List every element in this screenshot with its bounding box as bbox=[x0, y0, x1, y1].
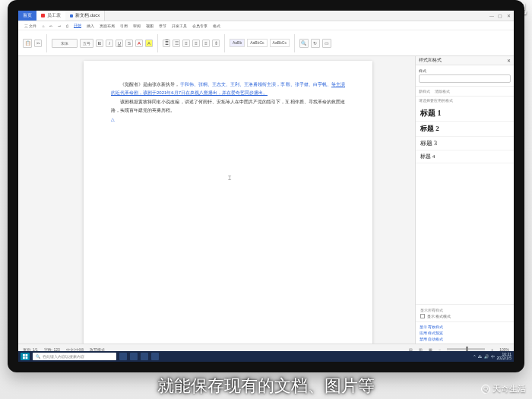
menu-view[interactable]: 视图 bbox=[146, 24, 154, 28]
tab-workbook[interactable]: 员工表 bbox=[36, 11, 65, 21]
tray-vol-icon[interactable]: 🔊 bbox=[484, 354, 489, 359]
highlight-button[interactable]: A bbox=[145, 40, 153, 47]
tray-net-icon[interactable]: 🖧 bbox=[478, 354, 482, 359]
menu-refs[interactable]: 引用 bbox=[120, 24, 128, 28]
style-heading2[interactable]: AaBbCc bbox=[270, 39, 290, 47]
replace-button[interactable]: ↻ bbox=[311, 39, 320, 48]
fontcolor-button[interactable]: A bbox=[135, 40, 143, 47]
styles-section-label: 请选择要应用的格式 bbox=[416, 97, 514, 104]
bold-button[interactable]: B bbox=[96, 40, 103, 47]
italic-button[interactable]: I bbox=[106, 40, 113, 47]
editor-body: 《觉醒者》是由张永新执导，于和伟、张桐、王志文、王利、王洛勇领衔主演，李毅、张子… bbox=[18, 56, 514, 344]
align-right-button[interactable]: ≡ bbox=[202, 40, 210, 47]
style-item-h3[interactable]: 标题 3 bbox=[416, 137, 514, 150]
end-mark: △ bbox=[111, 116, 345, 124]
taskbar-search[interactable]: 🔍 在此键入内容以搜索内容 bbox=[33, 353, 116, 360]
paragraph-1[interactable]: 《觉醒者》是由张永新执导，于和伟、张桐、王志文、王利、王洛勇领衔主演，李毅、张子… bbox=[111, 81, 345, 98]
style-item-h4[interactable]: 标题 4 bbox=[416, 150, 514, 163]
strike-button[interactable]: S bbox=[125, 40, 133, 47]
word-icon bbox=[70, 14, 73, 17]
font-select[interactable]: 宋体 bbox=[52, 39, 78, 48]
fontsize-select[interactable]: 五号 bbox=[80, 39, 93, 48]
styles-show-label: 显示所有样式 bbox=[420, 308, 509, 312]
close-button[interactable]: ✕ bbox=[505, 12, 512, 20]
search-icon: 🔍 bbox=[36, 354, 40, 359]
windows-taskbar: 🔍 在此键入内容以搜索内容 ^ 🖧 🔊 中 16:21 2022/1/5 bbox=[18, 351, 514, 362]
svg-rect-0 bbox=[23, 354, 25, 356]
linespacing-button[interactable]: ⇕ bbox=[212, 40, 220, 47]
svg-rect-3 bbox=[25, 356, 27, 359]
styles-pane: 样式和格式 ✕ 样式 新样式 清除格式 请选择要应用的格式 标题 1 标题 2 bbox=[415, 56, 514, 344]
bullets-button[interactable]: ≣ bbox=[163, 40, 170, 47]
style-normal[interactable]: AaBb bbox=[230, 39, 245, 47]
styles-tab-clear[interactable]: 清除格式 bbox=[435, 89, 450, 93]
style-item-h2[interactable]: 标题 2 bbox=[416, 122, 514, 137]
document-page[interactable]: 《觉醒者》是由张永新执导，于和伟、张桐、王志文、王利、王洛勇领衔主演，李毅、张子… bbox=[84, 61, 372, 344]
styles-link-3[interactable]: 禁用 自动格式 bbox=[420, 337, 510, 341]
menu-format[interactable]: 格式 bbox=[213, 24, 220, 28]
window-tabbar: 首页 员工表 新文档.docx — ▢ ✕ bbox=[18, 11, 514, 21]
window-controls: — ▢ ✕ bbox=[488, 12, 512, 20]
menu-start[interactable]: 开始 bbox=[74, 23, 81, 28]
tray-date: 2022/1/5 bbox=[497, 356, 511, 360]
numbering-button[interactable]: ☰ bbox=[173, 40, 180, 47]
styles-actions: 新样式 清除格式 bbox=[416, 87, 514, 97]
menu-review[interactable]: 审阅 bbox=[133, 24, 141, 28]
watermark-icon: Q bbox=[481, 385, 490, 394]
video-frame: 天奇·视 首页 员工表 新文档.docx — ▢ ✕ bbox=[0, 0, 532, 399]
select-button[interactable]: ▭ bbox=[322, 39, 331, 48]
text-cursor: ⌶ bbox=[228, 175, 232, 179]
underline-button[interactable]: U bbox=[116, 40, 123, 47]
menu-section[interactable]: 章节 bbox=[159, 24, 166, 28]
menu-home-icon[interactable]: ⌂ bbox=[42, 24, 44, 28]
styles-link-2[interactable]: 应用 样式预览 bbox=[420, 331, 510, 335]
tab-home[interactable]: 首页 bbox=[18, 11, 36, 21]
taskbar-app-1[interactable] bbox=[119, 353, 127, 360]
ribbon-toolbar: 📋 ✂ 宋体 五号 B I U S A A ≣ ☰ bbox=[18, 30, 514, 56]
excel-icon bbox=[41, 14, 45, 17]
styles-current-label: 样式 bbox=[419, 68, 511, 73]
menu-dev[interactable]: 开发工具 bbox=[172, 24, 187, 28]
menu-redo[interactable]: ⤻ bbox=[58, 24, 61, 28]
styles-link-1[interactable]: 显示 有效样式 bbox=[420, 325, 510, 329]
menu-print[interactable]: ⎙ bbox=[66, 24, 68, 28]
taskbar-app-4[interactable] bbox=[151, 353, 159, 360]
styles-opt-preview[interactable]: 显示 格式模式 bbox=[420, 314, 509, 318]
align-left-button[interactable]: ≡ bbox=[182, 40, 190, 47]
cut-button[interactable]: ✂ bbox=[34, 40, 42, 47]
styles-current-box[interactable] bbox=[419, 74, 511, 83]
menu-insert[interactable]: 插入 bbox=[87, 24, 94, 28]
zoom-slider[interactable] bbox=[447, 348, 485, 350]
start-button[interactable] bbox=[21, 353, 30, 360]
menu-vip[interactable]: 会员专享 bbox=[192, 24, 207, 28]
styles-pane-close[interactable]: ✕ bbox=[507, 58, 511, 63]
find-button[interactable]: 🔍 bbox=[299, 39, 309, 48]
tray-up-icon[interactable]: ^ bbox=[473, 354, 475, 359]
video-caption: 就能保存现有的文档、图片等 bbox=[0, 375, 532, 397]
tab-document-active[interactable]: 新文档.docx bbox=[65, 11, 105, 21]
ribbon-tabs: 三 文件 ⌂ ⤺ ⤻ ⎙ 开始 插入 页面布局 引用 审阅 视图 章节 开发工具… bbox=[18, 21, 514, 30]
system-tray[interactable]: ^ 🖧 🔊 中 16:21 2022/1/5 bbox=[473, 353, 511, 360]
menu-undo[interactable]: ⤺ bbox=[49, 24, 52, 28]
watermark-bottom: Q 天奇生活 bbox=[481, 383, 526, 394]
tray-ime-icon[interactable]: 中 bbox=[491, 354, 495, 359]
maximize-button[interactable]: ▢ bbox=[496, 12, 504, 20]
windows-icon bbox=[23, 354, 28, 359]
paragraph-2[interactable]: 该剧根据黄彼得同名小说改编，讲述了何雨轩、安拓等人在中国共产党的指引下，互相伴携… bbox=[111, 98, 345, 116]
menu-layout[interactable]: 页面布局 bbox=[100, 24, 115, 28]
taskbar-app-2[interactable] bbox=[130, 353, 138, 360]
style-heading1[interactable]: AaBbCc bbox=[247, 39, 267, 47]
align-center-button[interactable]: ≡ bbox=[192, 40, 200, 47]
svg-rect-2 bbox=[23, 356, 25, 359]
styles-pane-title: 样式和格式 bbox=[419, 57, 442, 64]
document-viewport[interactable]: 《觉醒者》是由张永新执导，于和伟、张桐、王志文、王利、王洛勇领衔主演，李毅、张子… bbox=[18, 56, 415, 344]
styles-tab-new[interactable]: 新样式 bbox=[419, 89, 430, 93]
desktop-screen: 首页 员工表 新文档.docx — ▢ ✕ 三 文件 bbox=[18, 11, 514, 354]
menu-file[interactable]: 三 文件 bbox=[24, 24, 36, 28]
svg-rect-1 bbox=[25, 354, 27, 356]
style-item-h1[interactable]: 标题 1 bbox=[416, 106, 514, 122]
monitor-bezel: 首页 员工表 新文档.docx — ▢ ✕ 三 文件 bbox=[8, 0, 524, 372]
minimize-button[interactable]: — bbox=[488, 12, 496, 20]
paste-button[interactable]: 📋 bbox=[23, 39, 32, 48]
taskbar-app-3[interactable] bbox=[141, 353, 148, 360]
